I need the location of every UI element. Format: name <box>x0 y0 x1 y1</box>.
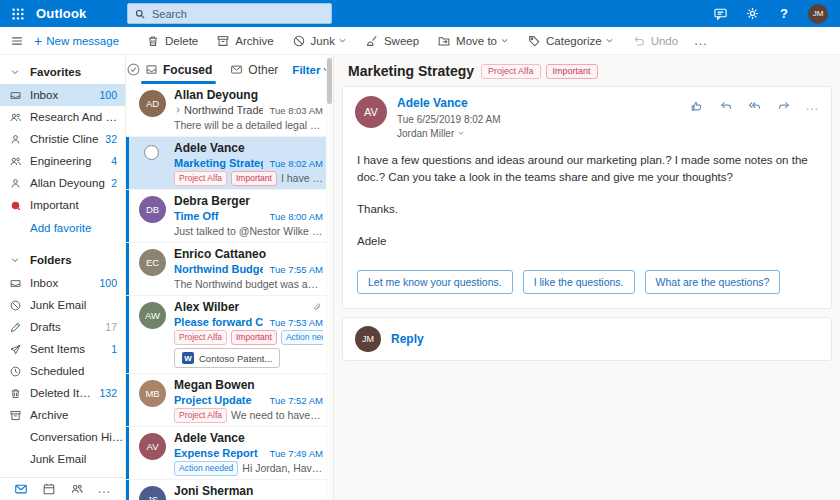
more-actions-icon[interactable]: ... <box>806 99 819 113</box>
sidebar-item-engineering[interactable]: Engineering4 <box>0 150 125 172</box>
sender-avatar[interactable]: AV <box>355 96 387 128</box>
message-time: Tue 8:00 AM <box>269 210 323 224</box>
sidebar-item-deleted-items[interactable]: Deleted Items132 <box>0 382 125 404</box>
tag-project-alfa[interactable]: Project Alfa <box>174 408 227 423</box>
unread-count: 32 <box>101 133 125 145</box>
sender-name[interactable]: Adele Vance <box>397 96 501 112</box>
sidebar-item-allan-deyoung[interactable]: Allan Deyoung2 <box>0 172 125 194</box>
calendar-module-icon[interactable] <box>42 482 56 496</box>
message-row-statistics[interactable]: JSJoni ShermanStatisticsTue 7:47 AMDo yo… <box>126 480 333 500</box>
favorites-header[interactable]: Favorites <box>0 60 125 84</box>
tag-important[interactable]: Important <box>231 330 277 345</box>
tab-other[interactable]: Other <box>226 55 282 84</box>
message-row-time-off[interactable]: DBDebra BergerTime OffTue 8:00 AMJust ta… <box>126 190 333 243</box>
message-row-northwind-traders-proposal[interactable]: ADAllan DeyoungNorthwind Traders Proposa… <box>126 84 333 137</box>
message-row-please-forward-contoso-pat[interactable]: AWAlex WilberPlease forward Contoso pat.… <box>126 296 333 374</box>
filter-button[interactable]: Filter <box>292 64 341 76</box>
suggested-reply-what-are-the-questions[interactable]: What are the questions? <box>645 270 781 294</box>
expand-chevron-icon[interactable] <box>174 106 182 114</box>
select-radio[interactable] <box>144 145 159 160</box>
delete-label: Delete <box>165 35 198 47</box>
message-sender: Debra Berger <box>174 194 323 209</box>
search-input[interactable] <box>152 8 302 20</box>
search-bar[interactable] <box>127 3 332 24</box>
tab-focused[interactable]: Focused <box>141 55 216 84</box>
sidebar-item-important[interactable]: Important <box>0 194 125 216</box>
toolbar-overflow-button[interactable]: ... <box>686 27 716 54</box>
unread-count: 2 <box>107 177 125 189</box>
sidebar-item-label: Junk Email <box>30 299 125 311</box>
sidebar-item-inbox[interactable]: Inbox100 <box>0 84 125 106</box>
message-sender: Joni Sherman <box>174 484 323 499</box>
more-modules-icon[interactable]: ... <box>98 482 111 496</box>
tag-important[interactable]: Important <box>231 171 277 186</box>
delete-button[interactable]: Delete <box>138 27 206 55</box>
sidebar-item-scheduled[interactable]: Scheduled <box>0 360 125 382</box>
sidebar-item-junk-email[interactable]: Junk Email <box>0 294 125 316</box>
tag-project-alfa[interactable]: Project Alfa <box>174 171 227 186</box>
command-toolbar: +New message DeleteArchiveJunkSweepMove … <box>0 27 840 55</box>
junk-button[interactable]: Junk <box>284 27 355 55</box>
message-preview: There will be a detailed legal review of… <box>174 118 323 133</box>
sidebar-item-label: Christie Cline <box>30 133 101 145</box>
hamburger-menu-icon[interactable] <box>0 34 34 48</box>
categorize-button[interactable]: Categorize <box>519 27 622 55</box>
help-icon[interactable]: ? <box>776 6 792 22</box>
sidebar-item-research-and-deve[interactable]: Research And Deve... <box>0 106 125 128</box>
settings-gear-icon[interactable] <box>744 6 760 22</box>
tag-project-alfa[interactable]: Project Alfa <box>174 330 227 345</box>
tag-project-alfa[interactable]: Project Alfa <box>481 64 541 79</box>
select-all-icon[interactable] <box>126 62 141 77</box>
message-row-northwind-budget[interactable]: ECEnrico CattaneoNorthwind BudgetTue 7:5… <box>126 243 333 296</box>
add-favorite-button[interactable]: Add favorite <box>0 216 125 240</box>
message-row-project-update[interactable]: MBMegan BowenProject UpdateTue 7:52 AMPr… <box>126 374 333 427</box>
attachment-chip[interactable]: WContoso Patent... <box>174 348 280 368</box>
message-row-marketing-strategy[interactable]: Adele VanceMarketing StrategyTue 8:02 AM… <box>126 137 333 190</box>
sidebar-item-drafts[interactable]: Drafts17 <box>0 316 125 338</box>
avatar: AW <box>139 302 166 329</box>
user-avatar[interactable]: JM <box>808 4 828 24</box>
sidebar-item-junk-email[interactable]: Junk Email <box>0 448 125 470</box>
archive-icon <box>216 34 230 48</box>
forward-icon[interactable] <box>777 99 791 113</box>
like-icon[interactable] <box>690 99 704 113</box>
scrollbar-thumb[interactable] <box>327 58 332 104</box>
people-module-icon[interactable] <box>70 482 84 496</box>
tag-action-needed[interactable]: Action needed <box>281 330 323 345</box>
suggested-reply-let-me-know-your-questions[interactable]: Let me know your questions. <box>357 270 513 294</box>
suggested-reply-i-like-the-questions[interactable]: I like the questions. <box>523 270 635 294</box>
message-row-expense-report[interactable]: AVAdele VanceExpense ReportTue 7:49 AMAc… <box>126 427 333 480</box>
sidebar-item-sent-items[interactable]: Sent Items1 <box>0 338 125 360</box>
message-sender: Adele Vance <box>174 431 323 446</box>
avatar: DB <box>139 196 166 223</box>
sweep-button[interactable]: Sweep <box>357 27 427 55</box>
unread-count: 100 <box>95 277 125 289</box>
reply-all-icon[interactable] <box>748 99 762 113</box>
message-time: Tue 7:52 AM <box>269 394 323 408</box>
folders-header[interactable]: Folders <box>0 248 125 272</box>
app-title: Outlook <box>36 6 87 21</box>
new-message-button[interactable]: +New message <box>34 34 119 48</box>
sidebar-item-christie-cline[interactable]: Christie Cline32 <box>0 128 125 150</box>
reply-card[interactable]: JM Reply <box>342 317 832 361</box>
message-subject: Project Update <box>174 393 263 407</box>
unread-count: 1 <box>107 343 125 355</box>
tag-important[interactable]: Important <box>546 64 598 79</box>
move-to-button[interactable]: Move to <box>429 27 517 55</box>
sidebar-item-inbox[interactable]: Inbox100 <box>0 272 125 294</box>
app-launcher-icon[interactable] <box>0 0 36 27</box>
chat-icon[interactable] <box>712 6 728 22</box>
tag-action-needed[interactable]: Action needed <box>174 461 238 476</box>
undo-button[interactable]: Undo <box>624 27 687 55</box>
sidebar-item-conversation-history[interactable]: Conversation History <box>0 426 125 448</box>
chevron-down-icon <box>0 67 30 77</box>
message-sender: Allan Deyoung <box>174 88 323 103</box>
email-recipient[interactable]: Jordan Miller <box>397 127 501 140</box>
message-time: Tue 7:55 AM <box>269 263 323 277</box>
reply-icon[interactable] <box>719 99 733 113</box>
sidebar-item-archive[interactable]: Archive <box>0 404 125 426</box>
email-subject: Marketing Strategy <box>348 63 474 79</box>
reply-button[interactable]: Reply <box>391 332 424 346</box>
archive-button[interactable]: Archive <box>208 27 281 55</box>
mail-module-icon[interactable] <box>14 482 28 496</box>
